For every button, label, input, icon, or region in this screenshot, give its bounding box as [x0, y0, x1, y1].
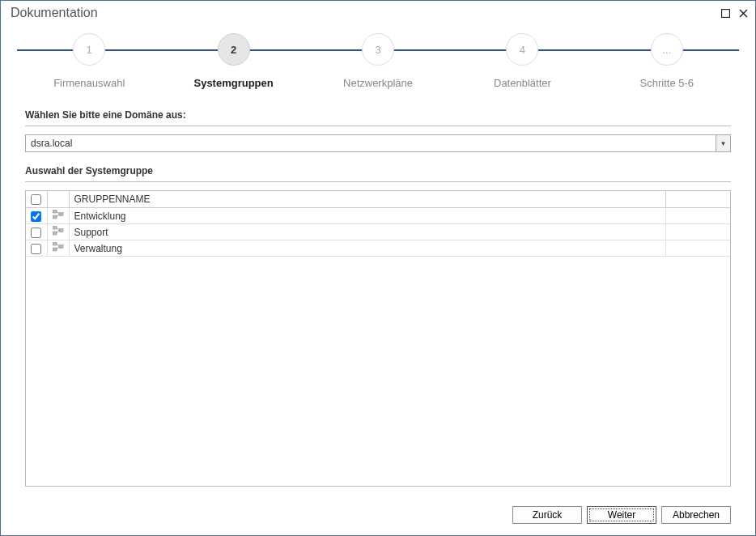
domain-input[interactable] [26, 135, 716, 151]
select-all-checkbox[interactable] [31, 194, 41, 205]
wizard-step[interactable]: 2Systemgruppen [161, 33, 305, 89]
wizard-step[interactable]: ...Schritte 5-6 [595, 33, 739, 89]
header-checkbox-cell [26, 191, 47, 208]
svg-line-16 [57, 244, 59, 247]
step-label: Datenblätter [494, 77, 551, 89]
row-spacer [665, 224, 730, 240]
row-groupname: Support [69, 224, 665, 240]
groups-table-container: GRUPPENNAME EntwicklungSupportVerwaltung [25, 190, 731, 487]
step-circle: 3 [362, 33, 394, 66]
row-spacer [665, 208, 730, 224]
svg-line-11 [57, 228, 59, 231]
step-circle: 4 [506, 33, 538, 66]
row-icon-cell [47, 224, 69, 240]
divider [25, 125, 731, 126]
content-area: Wählen Sie bitte eine Domäne aus: ▼ Ausw… [1, 106, 755, 501]
step-label: Systemgruppen [193, 77, 273, 89]
domain-label: Wählen Sie bitte eine Domäne aus: [25, 109, 731, 121]
window-title: Dokumentation [11, 6, 720, 20]
next-button[interactable]: Weiter [587, 506, 656, 524]
svg-rect-13 [53, 242, 57, 245]
header-groupname[interactable]: GRUPPENNAME [69, 191, 665, 208]
step-label: Netzwerkpläne [343, 77, 413, 89]
header-icon-cell [47, 191, 69, 208]
step-circle: ... [651, 33, 683, 66]
cancel-button[interactable]: Abbrechen [661, 506, 731, 524]
close-icon[interactable] [737, 7, 749, 19]
table-row[interactable]: Support [26, 224, 730, 240]
svg-rect-9 [53, 232, 57, 235]
row-groupname: Verwaltung [69, 240, 665, 257]
wizard-stepper: 1Firmenauswahl2Systemgruppen3Netzwerkplä… [17, 33, 739, 106]
wizard-step[interactable]: 1Firmenauswahl [17, 33, 161, 89]
header-spacer [665, 191, 730, 208]
group-icon [53, 226, 64, 237]
wizard-step[interactable]: 3Netzwerkpläne [306, 33, 450, 89]
svg-rect-14 [53, 248, 57, 251]
svg-line-7 [57, 215, 59, 218]
dialog-footer: Zurück Weiter Abbrechen [1, 501, 755, 535]
svg-rect-0 [721, 9, 729, 17]
divider [25, 181, 731, 182]
row-checkbox-cell [26, 208, 47, 224]
step-label: Schritte 5-6 [640, 77, 694, 89]
svg-rect-15 [59, 245, 63, 249]
row-icon-cell [47, 208, 69, 224]
svg-rect-3 [53, 210, 57, 213]
domain-combobox[interactable]: ▼ [25, 134, 731, 152]
maximize-icon[interactable] [720, 7, 731, 19]
group-icon [53, 242, 64, 253]
svg-rect-4 [53, 215, 57, 219]
titlebar-controls [720, 7, 749, 19]
row-spacer [665, 240, 730, 257]
svg-rect-5 [59, 213, 63, 216]
step-label: Firmenauswahl [53, 77, 125, 89]
table-row[interactable]: Entwicklung [26, 208, 730, 224]
step-circle: 2 [218, 33, 250, 66]
back-button[interactable]: Zurück [512, 506, 582, 524]
groups-label: Auswahl der Systemgruppe [25, 165, 731, 177]
wizard-step[interactable]: 4Datenblätter [450, 33, 594, 89]
svg-line-12 [57, 231, 59, 234]
titlebar: Dokumentation [1, 1, 755, 25]
row-checkbox-cell [26, 240, 47, 257]
row-checkbox[interactable] [31, 228, 41, 238]
row-checkbox-cell [26, 224, 47, 240]
table-row[interactable]: Verwaltung [26, 240, 730, 257]
row-checkbox[interactable] [31, 211, 41, 222]
svg-rect-8 [53, 226, 57, 229]
row-icon-cell [47, 240, 69, 257]
svg-line-17 [57, 247, 59, 250]
svg-line-6 [57, 211, 59, 215]
chevron-down-icon: ▼ [720, 140, 727, 147]
step-circle: 1 [73, 33, 105, 66]
group-icon [53, 210, 64, 221]
groups-table: GRUPPENNAME EntwicklungSupportVerwaltung [26, 191, 730, 257]
table-header-row: GRUPPENNAME [26, 191, 730, 208]
row-groupname: Entwicklung [69, 208, 665, 224]
row-checkbox[interactable] [31, 244, 41, 254]
dialog-window: Dokumentation 1Firmenauswahl2Systemgrupp… [0, 0, 756, 536]
dropdown-button[interactable]: ▼ [716, 135, 730, 151]
svg-rect-10 [59, 229, 63, 232]
